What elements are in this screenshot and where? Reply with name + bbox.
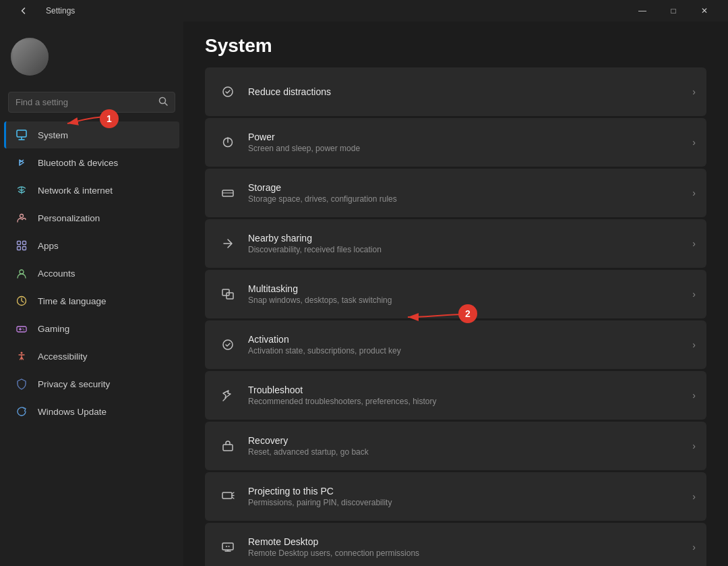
search-icon <box>158 96 168 108</box>
title-bar-left: Settings <box>8 0 75 22</box>
sidebar-item-label: Accessibility <box>38 351 88 362</box>
settings-item-text: Storage Storage space, drives, configura… <box>240 182 692 204</box>
settings-item-desc: Activation state, subscriptions, product… <box>248 346 692 356</box>
settings-item-text: Projecting to this PC Permissions, pairi… <box>240 486 692 507</box>
reduce-distractions-icon <box>216 85 240 98</box>
back-button[interactable] <box>8 0 39 22</box>
chevron-icon: › <box>692 289 696 300</box>
svg-rect-9 <box>23 247 26 250</box>
sidebar-item-label: System <box>38 130 68 140</box>
chevron-icon: › <box>692 491 696 502</box>
window-controls: — □ ✕ <box>627 0 720 22</box>
settings-item-nearby-sharing[interactable]: Nearby sharing Discoverability, received… <box>205 219 706 268</box>
time-icon <box>15 294 28 308</box>
chevron-icon: › <box>692 441 696 451</box>
settings-item-text: Troubleshoot Recommended troubleshooters… <box>240 385 692 406</box>
search-box[interactable] <box>8 92 175 113</box>
sidebar-item-update[interactable]: Windows Update <box>4 398 179 425</box>
settings-item-power[interactable]: Power Screen and sleep, power mode › <box>205 118 706 167</box>
app-body: System Bluetooth & devices Network <box>0 22 728 566</box>
sidebar-item-label: Time & language <box>38 296 107 306</box>
settings-item-activation[interactable]: Activation Activation state, subscriptio… <box>205 320 706 369</box>
sidebar-item-gaming[interactable]: Gaming <box>4 315 179 342</box>
sidebar-item-privacy[interactable]: Privacy & security <box>4 370 179 397</box>
app-title: Settings <box>46 6 75 16</box>
sidebar-nav: System Bluetooth & devices Network <box>0 121 183 426</box>
update-icon <box>15 405 28 418</box>
personalization-icon <box>15 211 28 225</box>
sidebar-item-system[interactable]: System <box>4 121 179 148</box>
sidebar-item-network[interactable]: Network & internet <box>4 177 179 204</box>
settings-item-title: Activation <box>248 334 692 345</box>
sidebar-item-label: Accounts <box>38 268 75 279</box>
sidebar-item-time[interactable]: Time & language <box>4 287 179 314</box>
network-icon <box>15 183 28 197</box>
storage-icon <box>216 186 240 200</box>
sidebar-item-label: Network & internet <box>38 186 113 196</box>
sidebar-item-apps[interactable]: Apps <box>4 232 179 259</box>
settings-item-desc: Discoverability, received files location <box>248 245 692 254</box>
chevron-icon: › <box>692 390 696 401</box>
sidebar-item-personalization[interactable]: Personalization <box>4 204 179 231</box>
search-input[interactable] <box>16 97 153 107</box>
system-icon <box>15 128 28 142</box>
privacy-icon <box>15 377 28 391</box>
settings-item-title: Power <box>248 132 692 142</box>
settings-item-desc: Screen and sleep, power mode <box>248 144 692 153</box>
settings-item-reduce-distractions[interactable]: Reduce distractions › <box>205 67 706 116</box>
settings-item-text: Multitasking Snap windows, desktops, tas… <box>240 283 692 305</box>
nearby-icon <box>216 237 240 250</box>
chevron-icon: › <box>692 86 696 97</box>
chevron-icon: › <box>692 238 696 249</box>
svg-line-1 <box>165 103 168 106</box>
settings-item-desc: Snap windows, desktops, task switching <box>248 295 692 305</box>
svg-rect-31 <box>222 543 233 550</box>
sidebar-item-label: Apps <box>38 241 59 251</box>
settings-item-multitasking[interactable]: Multitasking Snap windows, desktops, tas… <box>205 270 706 318</box>
svg-rect-2 <box>17 130 26 137</box>
settings-item-storage[interactable]: Storage Storage space, drives, configura… <box>205 169 706 217</box>
svg-point-17 <box>21 352 23 354</box>
sidebar-item-accounts[interactable]: Accounts <box>4 260 179 287</box>
troubleshoot-icon <box>216 389 240 402</box>
settings-item-projecting[interactable]: Projecting to this PC Permissions, pairi… <box>205 472 706 521</box>
settings-item-desc: Storage space, drives, configuration rul… <box>248 194 692 204</box>
settings-item-title: Projecting to this PC <box>248 486 692 497</box>
settings-item-text: Remote Desktop Remote Desktop users, con… <box>240 536 692 558</box>
settings-item-desc: Recommended troubleshooters, preferences… <box>248 397 692 406</box>
sidebar-item-bluetooth[interactable]: Bluetooth & devices <box>4 149 179 176</box>
sidebar-item-label: Bluetooth & devices <box>38 158 118 168</box>
settings-item-troubleshoot[interactable]: Troubleshoot Recommended troubleshooters… <box>205 371 706 420</box>
minimize-button[interactable]: — <box>627 0 658 22</box>
settings-item-recovery[interactable]: Recovery Reset, advanced startup, go bac… <box>205 422 706 470</box>
settings-item-title: Recovery <box>248 435 692 446</box>
bluetooth-icon <box>15 156 28 169</box>
sidebar-item-accessibility[interactable]: Accessibility <box>4 343 179 370</box>
chevron-icon: › <box>692 188 696 198</box>
settings-item-remote-desktop[interactable]: Remote Desktop Remote Desktop users, con… <box>205 523 706 566</box>
svg-rect-7 <box>23 242 26 245</box>
close-button[interactable]: ✕ <box>689 0 720 22</box>
settings-item-text: Reduce distractions <box>240 86 692 97</box>
page-title: System <box>205 35 706 57</box>
apps-icon <box>15 239 28 252</box>
settings-item-title: Nearby sharing <box>248 233 692 244</box>
svg-point-10 <box>20 270 24 274</box>
power-icon <box>216 136 240 149</box>
settings-item-text: Activation Activation state, subscriptio… <box>240 334 692 356</box>
settings-item-desc: Reset, advanced startup, go back <box>248 447 692 457</box>
chevron-icon: › <box>692 542 696 553</box>
svg-point-16 <box>24 329 24 330</box>
settings-item-title: Remote Desktop <box>248 536 692 547</box>
sidebar-item-label: Personalization <box>38 213 100 223</box>
settings-item-text: Power Screen and sleep, power mode <box>240 132 692 153</box>
maximize-button[interactable]: □ <box>658 0 689 22</box>
settings-item-desc: Permissions, pairing PIN, discoverabilit… <box>248 498 692 507</box>
sidebar: System Bluetooth & devices Network <box>0 22 183 566</box>
content-inner: System Reduce distractions › <box>183 22 728 566</box>
svg-point-15 <box>22 329 23 329</box>
settings-item-title: Storage <box>248 182 692 193</box>
svg-rect-26 <box>223 445 233 451</box>
multitasking-icon <box>216 287 240 301</box>
settings-item-desc: Remote Desktop users, connection permiss… <box>248 548 692 558</box>
